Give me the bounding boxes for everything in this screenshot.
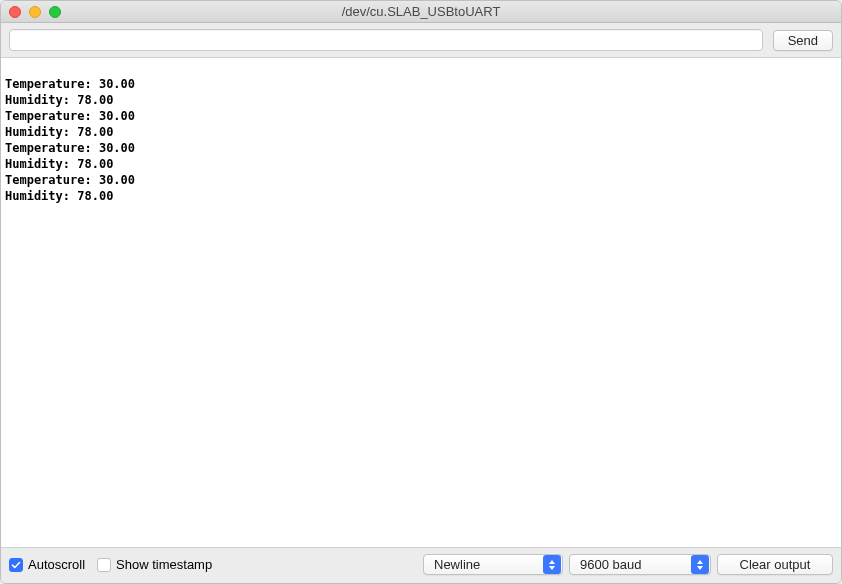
bottom-bar: Autoscroll Show timestamp Newline 9600 b… <box>1 548 841 583</box>
chevron-up-down-icon <box>691 555 709 574</box>
titlebar: /dev/cu.SLAB_USBtoUART <box>1 1 841 23</box>
output-line: Temperature: 30.00 <box>5 76 837 92</box>
input-row: Send <box>1 23 841 57</box>
output-line: Temperature: 30.00 <box>5 108 837 124</box>
output-line: Humidity: 78.00 <box>5 92 837 108</box>
output-line: Temperature: 30.00 <box>5 140 837 156</box>
autoscroll-label: Autoscroll <box>28 557 85 572</box>
output-line: Temperature: 30.00 <box>5 172 837 188</box>
send-button[interactable]: Send <box>773 30 833 51</box>
baud-rate-value: 9600 baud <box>580 557 689 572</box>
close-button[interactable] <box>9 6 21 18</box>
output-line: Humidity: 78.00 <box>5 156 837 172</box>
command-input[interactable] <box>9 29 763 51</box>
window-title: /dev/cu.SLAB_USBtoUART <box>1 4 841 19</box>
line-ending-value: Newline <box>434 557 541 572</box>
clear-output-button[interactable]: Clear output <box>717 554 833 575</box>
traffic-lights <box>9 6 61 18</box>
line-ending-select[interactable]: Newline <box>423 554 563 575</box>
autoscroll-checkbox[interactable] <box>9 558 23 572</box>
show-timestamp-label: Show timestamp <box>116 557 212 572</box>
show-timestamp-checkbox[interactable] <box>97 558 111 572</box>
autoscroll-option[interactable]: Autoscroll <box>9 557 85 572</box>
output-line: Humidity: 78.00 <box>5 124 837 140</box>
minimize-button[interactable] <box>29 6 41 18</box>
maximize-button[interactable] <box>49 6 61 18</box>
show-timestamp-option[interactable]: Show timestamp <box>97 557 212 572</box>
serial-output[interactable]: Temperature: 30.00Humidity: 78.00Tempera… <box>1 57 841 548</box>
baud-rate-select[interactable]: 9600 baud <box>569 554 711 575</box>
chevron-up-down-icon <box>543 555 561 574</box>
output-line: Humidity: 78.00 <box>5 188 837 204</box>
